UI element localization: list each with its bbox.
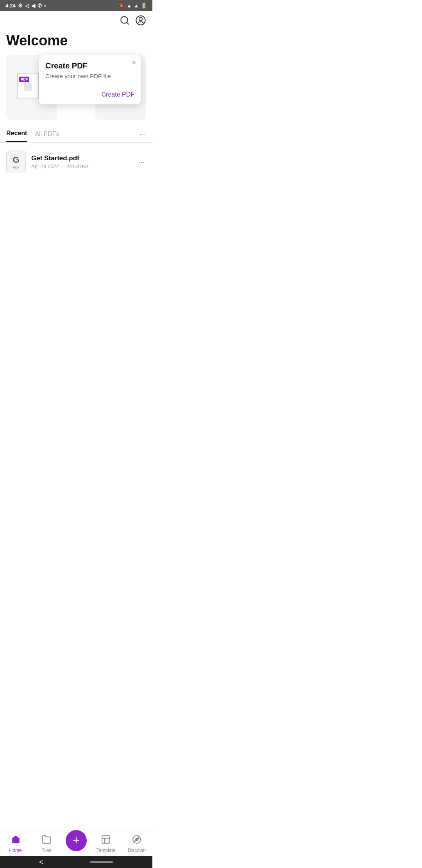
status-bar: 4:24 ⚙ ◁ ◀ ✆ • 🔕 ▲ ▲ 🔋 bbox=[0, 0, 152, 11]
file-date: Apr 28,2022 bbox=[31, 163, 59, 169]
file-size: 441.87KB bbox=[66, 163, 89, 169]
settings-icon: ⚙ bbox=[18, 3, 23, 9]
svg-line-1 bbox=[127, 22, 129, 24]
send-fill-icon: ◀ bbox=[31, 3, 35, 9]
tooltip-create-pdf-button[interactable]: Create PDF bbox=[45, 91, 134, 98]
file-info: Get Started.pdf Apr 28,2022 · 441.87KB bbox=[31, 154, 131, 169]
svg-point-3 bbox=[139, 17, 142, 20]
tooltip-close-button[interactable]: × bbox=[132, 59, 136, 66]
mute-icon: 🔕 bbox=[118, 3, 125, 9]
battery-icon: 🔋 bbox=[141, 3, 147, 9]
tooltip-description: Create your own PDF file bbox=[45, 73, 134, 79]
tabs-row: Recent All PDFs ··· bbox=[0, 129, 152, 143]
whatsapp-icon: ✆ bbox=[38, 3, 42, 9]
file-icon-letter: G bbox=[13, 155, 19, 165]
file-name: Get Started.pdf bbox=[31, 154, 131, 162]
file-meta: Apr 28,2022 · 441.87KB bbox=[31, 163, 131, 169]
signal-icon: ▲ bbox=[134, 3, 139, 9]
profile-button[interactable] bbox=[135, 15, 146, 29]
file-icon-pdf-label: PDF bbox=[13, 166, 19, 169]
tab-recent[interactable]: Recent bbox=[6, 130, 27, 142]
pdf-doc: PDF bbox=[17, 73, 39, 99]
tooltip-popup: × Create PDF Create your own PDF file Cr… bbox=[39, 55, 141, 104]
wifi-icon: ▲ bbox=[127, 3, 132, 9]
file-icon: G PDF bbox=[6, 151, 26, 173]
table-row[interactable]: G PDF Get Started.pdf Apr 28,2022 · 441.… bbox=[6, 147, 146, 177]
welcome-title: Welcome bbox=[0, 32, 152, 55]
file-list: G PDF Get Started.pdf Apr 28,2022 · 441.… bbox=[0, 143, 152, 181]
tab-all-pdfs[interactable]: All PDFs bbox=[35, 131, 59, 142]
tabs-more-button[interactable]: ··· bbox=[139, 129, 146, 142]
status-left: 4:24 ⚙ ◁ ◀ ✆ • bbox=[5, 3, 46, 9]
status-right: 🔕 ▲ ▲ 🔋 bbox=[118, 3, 147, 9]
file-meta-separator: · bbox=[62, 163, 63, 169]
status-time: 4:24 bbox=[5, 3, 16, 9]
top-header bbox=[0, 11, 152, 32]
cards-row: PDF + × Create PDF Create your own PDF f… bbox=[0, 55, 152, 122]
send-icon: ◁ bbox=[25, 3, 29, 9]
dot-icon: • bbox=[44, 3, 46, 9]
file-more-button[interactable]: ··· bbox=[136, 156, 146, 168]
tooltip-title: Create PDF bbox=[45, 61, 127, 70]
search-button[interactable] bbox=[120, 15, 130, 28]
